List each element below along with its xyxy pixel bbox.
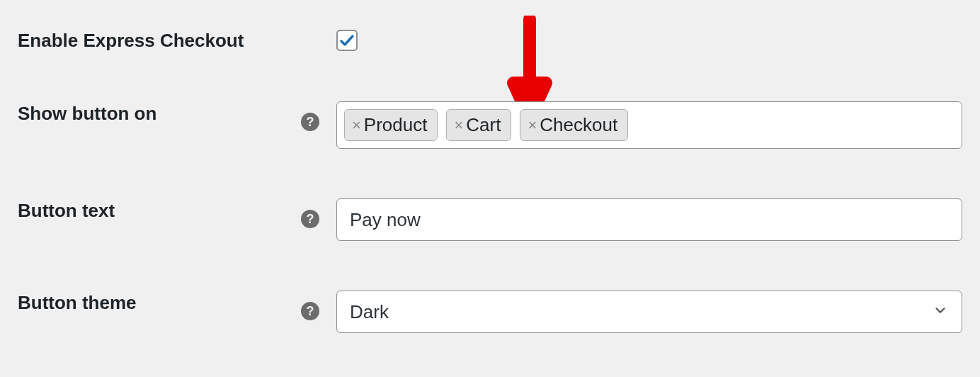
button-text-input[interactable] bbox=[336, 198, 962, 241]
close-icon[interactable]: × bbox=[352, 118, 361, 133]
help-icon[interactable]: ? bbox=[301, 210, 319, 228]
tag-product: × Product bbox=[344, 109, 438, 141]
row-enable-express-checkout: Enable Express Checkout bbox=[18, 28, 962, 52]
help-icon[interactable]: ? bbox=[301, 302, 319, 320]
label-col: Enable Express Checkout bbox=[18, 28, 301, 52]
check-icon bbox=[338, 32, 355, 49]
tag-label: Cart bbox=[466, 114, 501, 136]
control-col bbox=[336, 28, 962, 51]
tag-cart: × Cart bbox=[446, 109, 511, 141]
button-theme-select[interactable]: Dark bbox=[336, 291, 962, 333]
tag-checkout: × Checkout bbox=[520, 109, 628, 141]
show-on-tag-input[interactable]: × Product × Cart × Checkout bbox=[336, 101, 962, 149]
show-on-label: Show button on bbox=[18, 103, 156, 124]
row-button-text: Button text ? bbox=[18, 198, 962, 241]
button-theme-label: Button theme bbox=[18, 292, 137, 313]
label-col: Show button on bbox=[18, 101, 301, 125]
close-icon[interactable]: × bbox=[454, 118, 463, 133]
tag-label: Checkout bbox=[540, 114, 617, 136]
control-col: Dark bbox=[336, 291, 962, 333]
label-col: Button text bbox=[18, 198, 301, 222]
enable-label: Enable Express Checkout bbox=[18, 30, 244, 51]
button-text-label: Button text bbox=[18, 200, 115, 221]
row-button-theme: Button theme ? Dark bbox=[18, 291, 962, 333]
control-col bbox=[336, 198, 962, 241]
control-col: × Product × Cart × Checkout bbox=[336, 101, 962, 149]
enable-checkbox[interactable] bbox=[336, 30, 358, 51]
label-col: Button theme bbox=[18, 291, 301, 314]
select-wrapper: Dark bbox=[336, 291, 962, 333]
close-icon[interactable]: × bbox=[528, 118, 537, 133]
row-show-button-on: Show button on ? × Product × Cart × Chec… bbox=[18, 101, 962, 149]
tag-label: Product bbox=[364, 114, 428, 136]
help-icon[interactable]: ? bbox=[301, 113, 319, 131]
